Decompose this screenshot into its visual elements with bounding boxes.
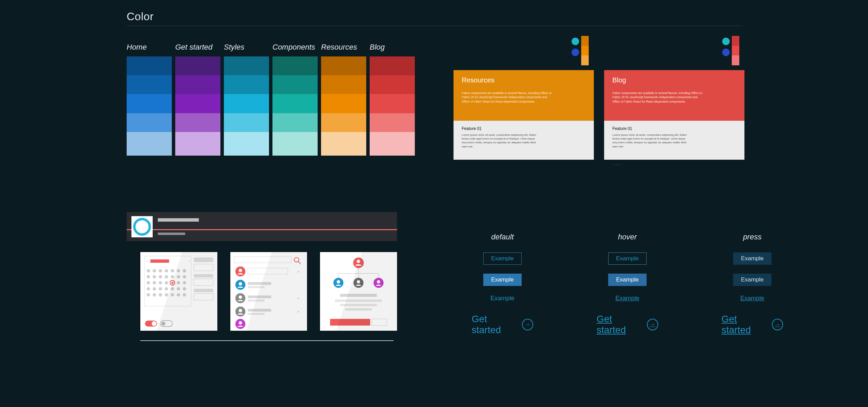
svg-point-21 (165, 281, 168, 285)
svg-point-11 (147, 275, 150, 278)
svg-rect-54 (247, 268, 288, 274)
svg-point-9 (177, 269, 180, 273)
ring-icon (133, 218, 151, 236)
svg-rect-0 (144, 256, 191, 306)
svg-point-18 (147, 281, 150, 285)
svg-point-29 (177, 287, 180, 291)
mini-palette (722, 36, 739, 65)
state-label: hover (618, 233, 637, 241)
svg-rect-81 (330, 319, 370, 326)
mini-bar-seg (732, 36, 739, 46)
get-started-cta[interactable]: Get started→ (472, 314, 533, 336)
svg-point-75 (354, 278, 363, 288)
get-started-cta[interactable]: Get started→ (597, 314, 658, 336)
palette-label: Blog (370, 43, 415, 52)
mini-dot (722, 49, 730, 56)
svg-rect-60 (247, 296, 271, 298)
card-feature-label: Feature 01 (462, 126, 586, 131)
swatch (321, 75, 366, 94)
palette-label: Home (127, 43, 172, 52)
svg-point-15 (171, 275, 174, 278)
svg-point-37 (183, 293, 186, 297)
swatch (370, 56, 415, 75)
arrow-right-icon: → (772, 319, 783, 330)
svg-rect-57 (247, 282, 271, 285)
svg-point-36 (177, 293, 180, 297)
svg-point-33 (159, 293, 162, 297)
example-solid-button[interactable]: Example (608, 274, 647, 286)
svg-point-30 (183, 287, 186, 291)
card-hero: Blog Fabric components are available in … (604, 70, 744, 121)
swatch (272, 75, 318, 94)
palette-label: Resources (321, 43, 366, 52)
swatch (272, 94, 318, 113)
mini-bar-seg (581, 36, 589, 46)
example-outline-button[interactable]: Example (483, 252, 522, 265)
swatch (175, 75, 220, 94)
example-solid-button[interactable]: Example (483, 274, 522, 286)
cta-label: Get started (597, 314, 642, 336)
example-link[interactable]: Example (615, 295, 639, 302)
palette-row: Home Get started (127, 43, 415, 156)
svg-point-19 (153, 281, 156, 285)
swatch (272, 56, 318, 75)
arrow-right-icon: → (522, 319, 533, 330)
svg-point-76 (374, 278, 384, 288)
swatch (321, 132, 366, 156)
palette-resources: Resources (321, 43, 366, 156)
svg-line-52 (298, 261, 301, 264)
svg-point-25 (153, 287, 156, 291)
svg-point-51 (294, 258, 299, 262)
svg-text:×: × (297, 309, 299, 314)
palette-label: Styles (224, 43, 269, 52)
state-label: default (491, 233, 514, 241)
swatch (321, 113, 366, 132)
svg-point-26 (159, 287, 162, 291)
swatch (370, 113, 415, 132)
svg-text:‹: ‹ (146, 259, 148, 263)
swatch (175, 56, 220, 75)
mini-bar-seg (732, 55, 739, 65)
svg-point-27 (165, 287, 168, 291)
example-solid-button[interactable]: Example (733, 274, 771, 286)
swatch (175, 113, 220, 132)
swatch (370, 94, 415, 113)
sample-card-resources: Resources Fabric components are availabl… (454, 38, 594, 160)
swatch (224, 132, 269, 156)
thumb-org-chart (320, 252, 397, 331)
svg-point-35 (171, 293, 174, 297)
svg-rect-1 (150, 259, 169, 263)
svg-text:›: › (189, 259, 190, 263)
svg-point-23 (183, 281, 186, 285)
svg-rect-50 (234, 257, 291, 263)
example-outline-button[interactable]: Example (733, 252, 771, 265)
example-link[interactable]: Example (490, 295, 514, 302)
svg-point-7 (165, 269, 168, 273)
palette-components: Components (272, 43, 318, 156)
svg-point-4 (147, 269, 150, 273)
svg-rect-77 (340, 294, 377, 297)
card-desc: Fabric components are available in sever… (462, 91, 554, 104)
mini-bar-seg (581, 46, 589, 56)
palette-get-started: Get started (175, 43, 220, 156)
palette-label: Get started (175, 43, 220, 52)
accent-example: ‹› (127, 212, 397, 341)
svg-point-31 (147, 293, 150, 297)
swatch (321, 56, 366, 75)
swatch (175, 132, 220, 156)
svg-point-14 (165, 275, 168, 278)
svg-rect-45 (194, 293, 213, 300)
get-started-cta[interactable]: Get started→ (722, 314, 783, 336)
mini-bar-seg (581, 55, 589, 65)
svg-point-16 (177, 275, 180, 278)
state-hover: hover Example Example Example Get starte… (597, 233, 658, 336)
section-divider (127, 26, 743, 26)
example-link[interactable]: Example (740, 295, 764, 302)
arrow-right-icon: → (647, 319, 658, 330)
thumb-underline (140, 340, 394, 341)
swatch (272, 113, 318, 132)
state-default: default Example Example Example Get star… (472, 233, 533, 336)
section-title: Color (127, 10, 743, 23)
example-outline-button[interactable]: Example (608, 252, 647, 265)
sample-card-blog: Blog Fabric components are available in … (604, 38, 744, 160)
